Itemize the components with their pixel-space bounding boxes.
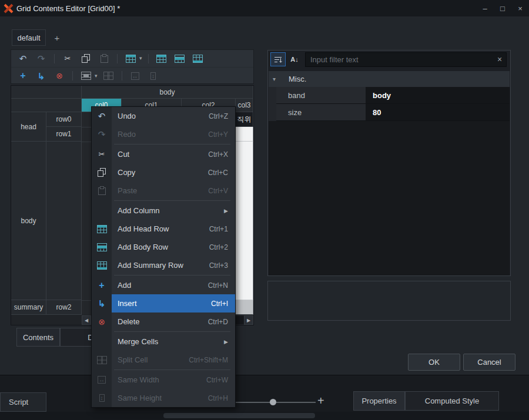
alphabetical-sort-button[interactable]: A↓ [287, 52, 302, 66]
property-empty-area [269, 121, 510, 275]
tab-contents[interactable]: Contents [16, 328, 60, 347]
redo-icon: ↷ [38, 54, 45, 63]
add-button[interactable]: + [16, 69, 30, 83]
band-header-body[interactable]: body [82, 86, 253, 99]
merge-cells-dropdown-icon[interactable]: ▾ [95, 73, 98, 79]
property-name-size[interactable]: size [276, 104, 366, 121]
table-select-button[interactable] [123, 52, 138, 66]
undo-icon: ↶ [19, 54, 27, 63]
ok-button[interactable]: OK [408, 354, 460, 371]
clear-filter-icon[interactable]: × [497, 55, 502, 64]
undo-button[interactable]: ↶ [16, 52, 30, 66]
app-logo-icon [4, 4, 14, 14]
menu-item-delete[interactable]: ⊗ Delete Ctrl+D [92, 313, 235, 331]
band-label-body[interactable]: body [11, 142, 46, 300]
add-icon: + [20, 71, 25, 80]
merge-cells-button[interactable] [79, 69, 93, 83]
menu-item-insert[interactable]: ↳ Insert Ctrl+I [92, 294, 235, 313]
band-label-head[interactable]: head [11, 112, 46, 142]
menu-item-merge-cells[interactable]: Merge Cells ▶ [92, 332, 235, 351]
cut-button[interactable]: ✂ [61, 52, 75, 66]
property-gutter [269, 87, 276, 121]
menu-item-add-column[interactable]: Add Column ▶ [92, 201, 235, 220]
row-header-body-blank[interactable] [46, 142, 82, 300]
copy-button[interactable] [79, 52, 93, 66]
insert-icon: ↳ [38, 72, 45, 80]
cancel-button[interactable]: Cancel [463, 354, 515, 371]
add-tab-button[interactable]: + [49, 31, 65, 45]
row-header-row0[interactable]: row0 [46, 112, 82, 127]
collapse-chevron-icon[interactable]: ▾ [273, 76, 276, 82]
zoom-in-button[interactable]: + [317, 394, 324, 408]
add-head-row-icon [92, 225, 112, 233]
table-select-dropdown-icon[interactable]: ▾ [139, 56, 142, 61]
delete-icon: ⊗ [56, 72, 63, 80]
menu-item-copy[interactable]: Copy Ctrl+C [92, 163, 235, 182]
menu-item-cut[interactable]: ✂ Cut Ctrl+X [92, 145, 235, 163]
add-icon: + [92, 281, 112, 290]
close-button[interactable]: × [511, 0, 529, 16]
property-value-band[interactable]: body [366, 87, 510, 104]
row-header-row1[interactable]: row1 [46, 127, 82, 142]
cell-head-row0-col3[interactable]: 직위 [236, 112, 253, 127]
same-height-button[interactable]: ↕ [146, 69, 160, 83]
menu-item-add-head-row[interactable]: Add Head Row Ctrl+1 [92, 220, 235, 238]
zoom-slider-handle[interactable] [270, 399, 276, 405]
menu-item-undo[interactable]: ↶ Undo Ctrl+Z [92, 107, 235, 125]
menu-item-add-body-row[interactable]: Add Body Row Ctrl+2 [92, 238, 235, 256]
cell-body-col3[interactable] [236, 142, 253, 300]
same-width-button[interactable]: ↔ [128, 69, 142, 83]
menu-item-add[interactable]: + Add Ctrl+N [92, 276, 235, 294]
row-header-row2[interactable]: row2 [46, 300, 82, 315]
same-width-icon: ↔ [131, 72, 139, 80]
menu-item-split-cell: Split Cell Ctrl+Shift+M [92, 351, 235, 369]
grid-corner-cell[interactable] [11, 86, 82, 99]
insert-icon: ↳ [92, 299, 112, 308]
maximize-button[interactable]: □ [494, 0, 511, 16]
tab-default[interactable]: default [12, 29, 46, 46]
same-height-icon: ↕ [150, 72, 156, 80]
insert-button[interactable]: ↳ [34, 69, 48, 83]
column-header-col3[interactable]: col3 [236, 99, 253, 112]
cut-icon: ✂ [65, 55, 71, 62]
submenu-arrow-icon: ▶ [224, 339, 228, 345]
delete-button[interactable]: ⊗ [52, 69, 66, 83]
band-label-summary[interactable]: summary [11, 300, 46, 315]
property-description-box [267, 281, 511, 321]
add-summary-row-icon [193, 55, 203, 63]
filter-sort-icon [274, 56, 283, 63]
filter-input[interactable] [305, 52, 507, 67]
add-head-row-icon [156, 55, 166, 63]
property-name-band[interactable]: band [276, 87, 366, 104]
filter-sort-button[interactable] [270, 52, 286, 66]
add-head-row-button[interactable] [155, 52, 169, 66]
scroll-right-icon: ▶ [247, 318, 250, 323]
redo-button[interactable]: ↷ [34, 52, 48, 66]
scroll-right-button[interactable]: ▶ [244, 315, 253, 325]
tab-computed-style[interactable]: Computed Style [405, 391, 499, 411]
same-height-icon: ↕ [92, 394, 112, 402]
scroll-left-icon: ◀ [85, 318, 88, 323]
cell-summary-row2-col3[interactable] [236, 300, 253, 315]
menu-item-paste: Paste Ctrl+V [92, 182, 235, 200]
grid-corner-cell-2[interactable] [11, 99, 82, 112]
add-body-row-button[interactable] [173, 52, 187, 66]
paste-icon [101, 54, 108, 63]
split-cell-button[interactable] [102, 69, 116, 83]
menu-item-same-height: ↕ Same Height Ctrl+H [92, 389, 235, 407]
scroll-left-button[interactable]: ◀ [82, 315, 91, 325]
bottom-scrollbar-thumb[interactable] [163, 413, 315, 418]
script-panel-tab[interactable]: Script [0, 392, 46, 412]
add-summary-row-button[interactable] [191, 52, 205, 66]
paste-icon [92, 186, 112, 195]
paste-button[interactable] [97, 52, 111, 66]
tab-properties[interactable]: Properties [353, 391, 405, 411]
minimize-button[interactable]: – [476, 0, 494, 16]
menu-item-add-summary-row[interactable]: Add Summary Row Ctrl+3 [92, 256, 235, 274]
cell-head-row1-col3[interactable] [236, 127, 253, 142]
section-header-misc[interactable]: ▾ Misc. [269, 71, 510, 87]
property-value-size[interactable]: 80 [366, 104, 510, 121]
menu-item-redo: ↷ Redo Ctrl+Y [92, 125, 235, 143]
split-cell-icon [92, 356, 112, 364]
properties-panel: A↓ × ▾ Misc. band body size 80 [267, 50, 511, 276]
